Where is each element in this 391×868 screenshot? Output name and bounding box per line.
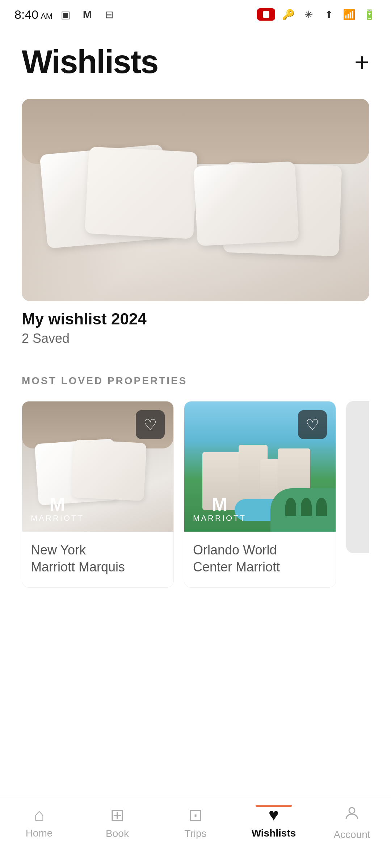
property-image-orlando: M MARRIOTT ♡ [184,401,336,532]
wishlist-name: My wishlist 2024 [22,310,369,328]
property-card-ny[interactable]: M MARRIOTT ♡ New YorkMarriott Marquis [22,401,174,588]
payment-icon: ⊟ [102,9,116,20]
nav-item-account[interactable]: Account [313,805,391,841]
wishlist-count: 2 Saved [22,331,369,346]
gmail-icon: M [80,9,94,20]
property-card-orlando[interactable]: M MARRIOTT ♡ Orlando WorldCenter Marriot… [184,401,336,588]
ny-pillow-2 [71,439,147,501]
battery-icon: 🔋 [362,9,377,20]
wifi-icon: 📶 [342,9,356,20]
record-icon [257,8,275,21]
wishlist-image [22,99,369,301]
wishlist-heart-orlando[interactable]: ♡ [298,410,327,439]
marriott-logo-orlando: M MARRIOTT [193,495,246,523]
signal-icon: ⬆ [321,9,336,20]
wishlist-card[interactable]: My wishlist 2024 2 Saved [22,99,369,346]
status-time: 8:40 AM [14,8,52,22]
property-name-orlando: Orlando WorldCenter Marriott [193,542,327,576]
heart-icon-ny: ♡ [143,416,157,434]
nav-label-home: Home [26,827,53,839]
book-icon: ⊞ [110,805,125,825]
main-content: Wishlists + My wishlist 2024 2 Saved MOS… [0,29,391,588]
bottom-nav: ⌂ Home ⊞ Book ⊡ Trips ♥ Wishlists Accoun… [0,796,391,868]
heart-icon-orlando: ♡ [306,416,319,434]
account-icon [343,805,361,826]
status-bar: 8:40 AM ▣ M ⊟ 🔑 ✳ ⬆ 📶 🔋 [0,0,391,29]
page-header: Wishlists + [22,43,369,81]
page-title: Wishlists [22,43,158,81]
property-info-ny: New YorkMarriott Marquis [22,532,173,587]
property-info-orlando: Orlando WorldCenter Marriott [184,532,336,587]
properties-row: M MARRIOTT ♡ New YorkMarriott Marquis [22,401,369,588]
nav-item-book[interactable]: ⊞ Book [78,805,156,839]
nav-label-wishlists: Wishlists [252,827,296,839]
svg-point-0 [349,808,355,813]
nav-label-account: Account [333,829,370,841]
nav-item-home[interactable]: ⌂ Home [0,805,78,839]
marriott-logo-ny: M MARRIOTT [31,495,84,523]
section-title-most-loved: MOST LOVED PROPERTIES [22,375,369,387]
nav-label-book: Book [106,828,129,839]
nav-label-trips: Trips [184,828,206,839]
wishlists-icon: ♥ [269,805,279,825]
nav-item-wishlists[interactable]: ♥ Wishlists [235,805,313,839]
trips-icon: ⊡ [188,805,203,825]
property-image-ny: M MARRIOTT ♡ [22,401,173,532]
wishlist-heart-ny[interactable]: ♡ [136,410,165,439]
key-icon: 🔑 [281,9,295,20]
pillow-4 [193,161,299,246]
property-card-partial [346,401,369,553]
nav-item-trips[interactable]: ⊡ Trips [156,805,235,839]
home-icon: ⌂ [34,805,45,825]
pillow-scene-bg [22,99,369,301]
nav-active-indicator [256,805,292,807]
add-wishlist-button[interactable]: + [354,50,369,75]
orlando-trees [284,498,328,517]
pillow-2 [85,146,198,239]
camera-icon: ▣ [58,9,73,20]
bluetooth-icon: ✳ [301,9,316,20]
property-name-ny: New YorkMarriott Marquis [31,542,165,576]
